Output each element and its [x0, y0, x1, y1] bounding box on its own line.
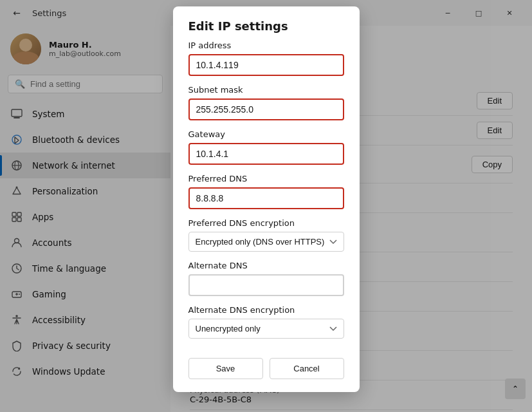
dialog-title: Edit IP settings	[188, 19, 344, 33]
preferred-dns-field-group: Preferred DNS	[188, 174, 344, 209]
alternate-dns-encryption-select[interactable]: Unencrypted only Encrypted only (DNS ove…	[188, 319, 344, 339]
ip-address-input[interactable]	[188, 54, 344, 76]
edit-ip-dialog: Edit IP settings IP address Subnet mask …	[173, 6, 360, 392]
preferred-dns-input[interactable]	[188, 187, 344, 209]
preferred-dns-encryption-select[interactable]: Encrypted only (DNS over HTTPS) Unencryp…	[188, 232, 344, 252]
gateway-label: Gateway	[188, 129, 344, 139]
subnet-mask-label: Subnet mask	[188, 85, 344, 95]
alternate-dns-label: Alternate DNS	[188, 261, 344, 270]
dialog-body: IP address Subnet mask Gateway Preferred…	[173, 41, 360, 348]
ip-address-label: IP address	[188, 41, 344, 50]
ip-address-field-group: IP address	[188, 41, 344, 76]
save-button[interactable]: Save	[188, 358, 263, 379]
gateway-field-group: Gateway	[188, 129, 344, 165]
alternate-dns-encryption-label: Alternate DNS encryption	[188, 305, 344, 315]
dialog-footer: Save Cancel	[173, 348, 360, 392]
alternate-dns-encryption-field-group: Alternate DNS encryption Unencrypted onl…	[188, 305, 344, 339]
preferred-dns-encryption-label: Preferred DNS encryption	[188, 218, 344, 228]
preferred-dns-encryption-field-group: Preferred DNS encryption Encrypted only …	[188, 218, 344, 252]
subnet-mask-field-group: Subnet mask	[188, 85, 344, 120]
overlay: Edit IP settings IP address Subnet mask …	[0, 0, 532, 412]
subnet-mask-input[interactable]	[188, 98, 344, 120]
alternate-dns-input[interactable]	[188, 274, 344, 296]
dialog-header: Edit IP settings	[173, 6, 360, 41]
alternate-dns-field-group: Alternate DNS	[188, 261, 344, 296]
preferred-dns-label: Preferred DNS	[188, 174, 344, 183]
cancel-button[interactable]: Cancel	[270, 358, 344, 379]
gateway-input[interactable]	[188, 143, 344, 165]
